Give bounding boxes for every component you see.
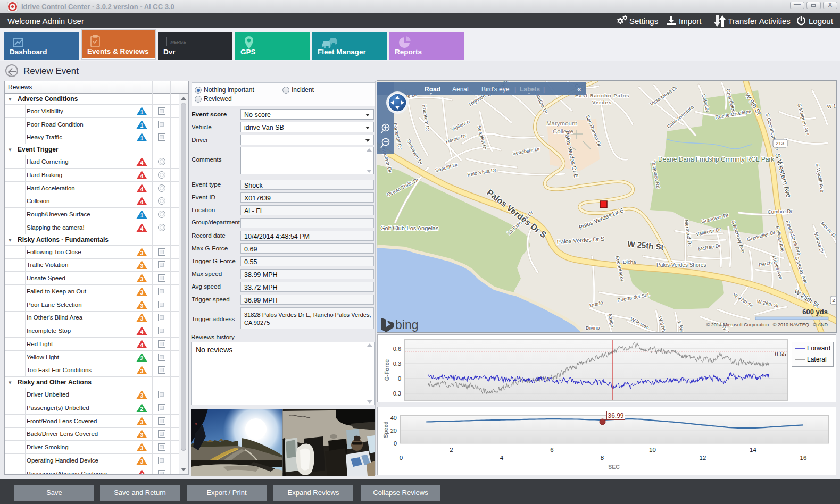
svg-text:0.6: 0.6 [393, 346, 401, 352]
svg-text:Divino: Divino [586, 325, 600, 331]
svg-text:3: 3 [140, 368, 144, 374]
svg-text:36.99: 36.99 [608, 412, 623, 419]
svg-text:SEC: SEC [608, 464, 620, 470]
svg-text:4: 4 [140, 342, 144, 348]
svg-text:|: | [514, 86, 516, 93]
svg-text:Palos Verdes Shores: Palos Verdes Shores [656, 262, 706, 268]
svg-text:8: 8 [601, 455, 604, 461]
svg-text:4: 4 [140, 199, 144, 205]
svg-text:4: 4 [500, 455, 504, 461]
svg-text:3: 3 [140, 276, 144, 282]
svg-text:2: 2 [450, 447, 453, 453]
svg-text:-0.3: -0.3 [391, 390, 401, 397]
svg-text:Marymount: Marymount [546, 120, 577, 127]
svg-text:4: 4 [140, 471, 144, 474]
svg-text:14: 14 [750, 447, 756, 453]
svg-text:4: 4 [140, 329, 144, 335]
svg-text:Labels: Labels [520, 86, 540, 93]
svg-text:0.3: 0.3 [393, 360, 401, 367]
svg-text:Bird's eye: Bird's eye [481, 86, 510, 93]
svg-text:2: 2 [140, 355, 144, 361]
svg-text:W 10t: W 10t [827, 102, 836, 110]
svg-text:3: 3 [140, 445, 144, 451]
svg-text:3: 3 [140, 432, 144, 438]
svg-text:3: 3 [140, 392, 144, 399]
svg-text:16: 16 [800, 455, 807, 461]
svg-text:2: 2 [140, 406, 144, 412]
svg-text:1: 1 [140, 122, 144, 128]
svg-text:|: | [543, 86, 545, 93]
svg-text:Road: Road [425, 86, 440, 93]
svg-text:Verdes: Verdes [592, 99, 612, 105]
svg-text:6: 6 [550, 447, 553, 453]
svg-text:40: 40 [390, 415, 397, 421]
svg-text:© 2014 Microsoft Corporation: © 2014 Microsoft Corporation © 2010 NAVT… [706, 322, 828, 327]
svg-text:3: 3 [140, 289, 144, 296]
svg-text:«: « [577, 85, 581, 93]
svg-text:0: 0 [394, 440, 397, 447]
svg-text:1: 1 [140, 109, 144, 115]
svg-text:3: 3 [140, 302, 144, 308]
svg-text:bing: bing [395, 318, 418, 332]
svg-text:0: 0 [398, 375, 401, 382]
svg-text:MERGE: MERGE [170, 40, 186, 45]
svg-text:Deane Dana Frndshp Cmmnty RGL: Deane Dana Frndshp Cmmnty RGL Park [658, 156, 775, 163]
svg-text:0: 0 [400, 455, 403, 461]
svg-text:213: 213 [776, 140, 784, 146]
svg-text:3: 3 [140, 458, 144, 465]
svg-text:4: 4 [140, 225, 144, 232]
svg-text:Lateral: Lateral [807, 356, 827, 363]
svg-text:4: 4 [140, 186, 144, 192]
svg-text:Forward: Forward [807, 345, 830, 352]
svg-text:Cumbre Dr: Cumbre Dr [768, 208, 793, 215]
svg-text:0.55: 0.55 [775, 351, 786, 357]
svg-text:1: 1 [140, 212, 144, 219]
svg-text:600 yds: 600 yds [802, 308, 828, 316]
svg-text:Aerial: Aerial [452, 86, 469, 93]
svg-text:4: 4 [140, 159, 144, 166]
svg-text:3: 3 [140, 315, 144, 322]
svg-text:3: 3 [140, 263, 144, 269]
svg-text:3: 3 [140, 418, 144, 425]
svg-text:1: 1 [140, 135, 144, 141]
svg-text:Golf Club-Los Angelas: Golf Club-Los Angelas [380, 225, 439, 231]
svg-text:4: 4 [140, 173, 144, 179]
svg-text:20: 20 [390, 427, 397, 434]
svg-text:Speed: Speed [382, 421, 389, 438]
svg-text:10: 10 [649, 447, 656, 453]
svg-text:12: 12 [700, 455, 706, 461]
svg-text:3: 3 [140, 249, 144, 256]
svg-text:2: 2 [832, 297, 835, 303]
svg-text:G-Force: G-Force [384, 359, 390, 381]
svg-text:Dicha: Dicha [623, 259, 636, 265]
